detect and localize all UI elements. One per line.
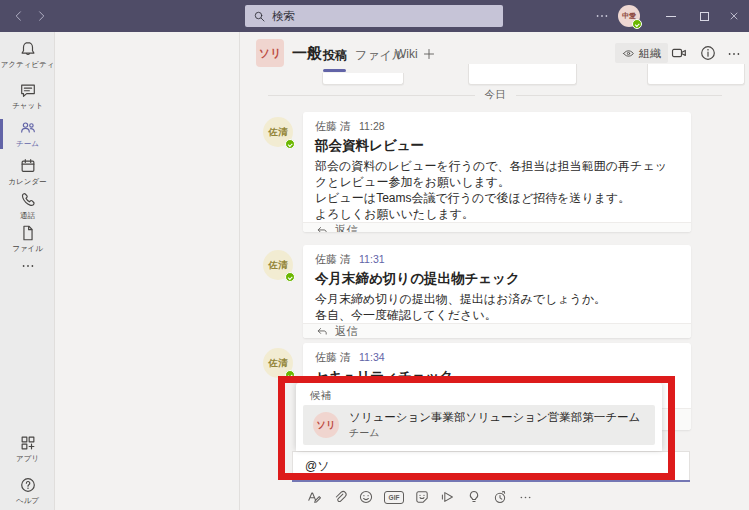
schedule-icon[interactable] — [492, 489, 508, 505]
reply-label: 返信 — [335, 324, 358, 338]
presence-badge — [285, 272, 295, 282]
rail-label: チーム — [16, 139, 39, 149]
praise-bulb-icon[interactable] — [466, 489, 482, 505]
message-author: 佐藤 清 — [315, 252, 351, 267]
rail-label: アクティビティ — [1, 60, 55, 70]
org-button[interactable]: 組織 — [615, 43, 668, 63]
message-author-avatar: 佐清 — [263, 348, 293, 378]
rail-item-teams[interactable]: チーム — [0, 115, 55, 153]
compose-box[interactable] — [292, 451, 690, 480]
body-line: レビューはTeams会議で行うので後ほど招待を送ります。 — [315, 190, 679, 206]
attach-paperclip-icon[interactable] — [332, 489, 348, 505]
rail-item-help[interactable]: ヘルプ — [0, 472, 55, 510]
message-subject: 今月末締め切りの提出物チェック — [315, 270, 679, 288]
tab-posts[interactable]: 投稿 — [323, 47, 347, 64]
nav-forward-icon[interactable] — [34, 9, 48, 23]
body-line: 部会の資料のレビューを行うので、各担当は担当範囲の再チェックとレビュー参加をお願… — [315, 158, 679, 190]
suggestion-subtitle: チーム — [349, 426, 640, 440]
message-body: 部会の資料のレビューを行うので、各担当は担当範囲の再チェックとレビュー参加をお願… — [315, 158, 679, 222]
teams-people-icon — [19, 119, 37, 137]
divider-line — [516, 95, 723, 96]
window-minimize-button[interactable] — [656, 0, 686, 32]
rail-label: チャット — [12, 101, 43, 111]
suggestion-title: ソリューション事業部ソリューション営業部第一チーム — [349, 410, 640, 425]
compose-toolbar: GIF — [292, 484, 690, 510]
rail-item-chat[interactable]: チャット — [0, 77, 55, 115]
calendar-icon — [19, 157, 37, 175]
teams-sidebar — [55, 32, 240, 510]
search-icon — [253, 10, 266, 23]
active-tab-underline — [323, 69, 346, 72]
channel-main: ソリ 一般 投稿 ファイル Wiki 組織 今日 佐清 佐藤 清 11:28 部… — [240, 32, 749, 510]
suggestion-text: ソリューション事業部ソリューション営業部第一チーム チーム — [349, 410, 640, 440]
sticker-icon[interactable] — [414, 489, 430, 505]
scrolled-card-stub — [647, 64, 745, 85]
nav-back-icon[interactable] — [12, 9, 26, 23]
message-time: 11:28 — [359, 120, 385, 132]
add-tab-icon[interactable] — [422, 47, 436, 61]
rail-item-files[interactable]: ファイル — [0, 220, 55, 258]
title-bar: 中愛 — [0, 0, 749, 32]
day-divider-label: 今日 — [485, 88, 506, 102]
message-subject: 部会資料レビュー — [315, 137, 679, 155]
stream-icon[interactable] — [440, 489, 456, 505]
reply-arrow-icon — [315, 325, 329, 339]
rail-label: ヘルプ — [16, 496, 39, 506]
reply-button[interactable]: 返信 — [303, 222, 691, 232]
help-icon — [19, 476, 37, 494]
minimize-icon — [666, 16, 676, 17]
rail-item-activity[interactable]: アクティビティ — [0, 36, 55, 74]
bell-icon — [19, 40, 37, 58]
window-close-button[interactable] — [719, 0, 749, 32]
scrolled-card-stub — [322, 73, 404, 85]
apps-grid-icon — [19, 434, 37, 452]
suggestion-avatar: ソリ — [313, 412, 339, 438]
app-rail: アクティビティ チャット チーム カレンダー 通話 ファイル アプリ ヘルプ — [0, 32, 55, 510]
presence-badge — [285, 370, 295, 380]
channel-info-icon[interactable] — [699, 44, 717, 62]
avatar-initials: 佐清 — [269, 126, 288, 139]
divider-line — [268, 95, 475, 96]
presence-badge — [632, 19, 642, 29]
channel-more-icon[interactable] — [726, 46, 742, 62]
rail-label: ファイル — [12, 244, 43, 254]
message-meta: 佐藤 清 11:34 — [315, 350, 679, 365]
titlebar-more-icon[interactable] — [593, 8, 611, 24]
rail-item-apps[interactable]: アプリ — [0, 430, 55, 468]
user-avatar[interactable]: 中愛 — [618, 5, 640, 27]
maximize-icon — [700, 12, 709, 21]
emoji-icon[interactable] — [358, 489, 374, 505]
gif-icon[interactable]: GIF — [384, 491, 404, 504]
body-line: 今月末締め切りの提出物、提出はお済みでしょうか。 — [315, 291, 679, 307]
eye-icon — [622, 47, 635, 60]
rail-item-more[interactable] — [0, 254, 55, 278]
message-author: 佐藤 清 — [315, 350, 351, 365]
compose-more-icon[interactable] — [518, 490, 533, 505]
search-bar[interactable] — [245, 5, 503, 27]
rail-item-calendar[interactable]: カレンダー — [0, 153, 55, 191]
reply-button[interactable]: 返信 — [303, 323, 691, 338]
message-card[interactable]: 佐藤 清 11:28 部会資料レビュー 部会の資料のレビューを行うので、各担当は… — [303, 112, 691, 232]
rail-label: カレンダー — [8, 177, 46, 187]
channel-avatar: ソリ — [256, 39, 284, 67]
tab-wiki[interactable]: Wiki — [395, 47, 418, 61]
message-author-avatar: 佐清 — [263, 250, 293, 280]
presence-badge — [285, 139, 295, 149]
search-input[interactable] — [272, 10, 472, 22]
day-divider: 今日 — [268, 88, 722, 102]
message-card[interactable]: 佐藤 清 11:31 今月末締め切りの提出物チェック 今月末締め切りの提出物、提… — [303, 245, 691, 338]
avatar-initials: 佐清 — [269, 357, 288, 370]
meet-camera-icon[interactable] — [670, 44, 688, 62]
more-icon — [20, 258, 36, 274]
rail-label: アプリ — [16, 454, 39, 464]
message-meta: 佐藤 清 11:28 — [315, 119, 679, 134]
body-line: よろしくお願いいたします。 — [315, 206, 679, 222]
message-author-avatar: 佐清 — [263, 117, 293, 147]
chat-icon — [19, 81, 37, 99]
window-maximize-button[interactable] — [689, 0, 719, 32]
format-icon[interactable] — [306, 489, 322, 505]
message-time: 11:31 — [359, 253, 385, 265]
message-body: 今月末締め切りの提出物、提出はお済みでしょうか。 各自、今一度確認してください。 — [315, 291, 679, 323]
compose-input[interactable] — [305, 459, 675, 473]
suggestion-item[interactable]: ソリ ソリューション事業部ソリューション営業部第一チーム チーム — [303, 405, 655, 445]
